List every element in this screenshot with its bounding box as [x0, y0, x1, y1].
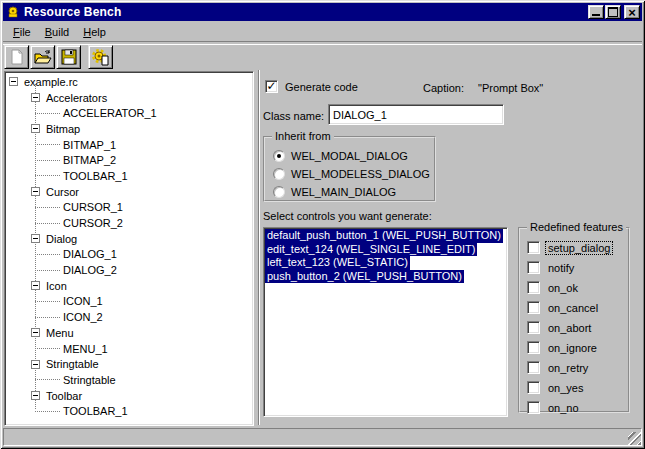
checkbox-label: on_retry — [546, 362, 590, 374]
checkbox-on-no[interactable]: on_no — [527, 401, 628, 414]
checkbox-on-cancel[interactable]: on_cancel — [527, 301, 628, 314]
class-name-input[interactable] — [328, 104, 504, 125]
panel-divider — [258, 70, 260, 425]
generate-code-icon — [91, 48, 111, 67]
generate-code-label: Generate code — [285, 81, 358, 93]
tree-node-label: Accelerators — [44, 92, 109, 104]
tree-node-menu-1[interactable]: MENU_1 — [5, 341, 253, 357]
checkbox-on-yes[interactable]: on_yes — [527, 381, 628, 394]
resource-tree: example.rcAcceleratorsACCELERATOR_1Bitma… — [4, 71, 254, 426]
generate-code-checkbox[interactable]: ✓ — [265, 80, 278, 93]
list-item-label: push_button_2 (WEL_PUSH_BUTTON) — [265, 270, 464, 284]
tree-node-cursor-1[interactable]: CURSOR_1 — [5, 200, 253, 216]
tree-node-stringtable[interactable]: Stringtable — [5, 372, 253, 388]
save-icon — [60, 48, 78, 66]
tree-node-bitmap-1[interactable]: BITMAP_1 — [5, 137, 253, 153]
tree-node-label: BITMAP_1 — [61, 139, 118, 151]
checkbox-icon — [527, 341, 540, 354]
radio-icon — [273, 168, 285, 180]
minimize-icon — [592, 14, 600, 16]
generate-button[interactable] — [88, 45, 113, 69]
checkbox-on-ok[interactable]: on_ok — [527, 281, 628, 294]
open-file-button[interactable] — [30, 45, 55, 69]
close-button[interactable] — [624, 5, 640, 19]
save-button[interactable] — [56, 45, 81, 69]
radio-option-wel-main-dialog[interactable]: WEL_MAIN_DIALOG — [273, 185, 434, 198]
tree-node-dialog[interactable]: Dialog — [5, 231, 253, 247]
tree-node-accelerator-1[interactable]: ACCELERATOR_1 — [5, 105, 253, 121]
menu-item-file[interactable]: File — [6, 24, 38, 40]
inherit-from-group-title: Inherit from — [272, 130, 334, 142]
checkbox-icon — [527, 361, 540, 374]
resize-grip[interactable] — [628, 432, 641, 445]
tree-node-dialog-2[interactable]: DIALOG_2 — [5, 262, 253, 278]
tree-node-label: ICON_1 — [61, 295, 105, 307]
tree-node-example-rc[interactable]: example.rc — [5, 74, 253, 90]
tree-node-menu[interactable]: Menu — [5, 325, 253, 341]
app-window: Resource Bench FileBuildHelp — [0, 0, 645, 449]
generate-code-row: ✓ Generate code — [265, 80, 358, 93]
tree-node-cursor-2[interactable]: CURSOR_2 — [5, 215, 253, 231]
tree-node-cursor[interactable]: Cursor — [5, 184, 253, 200]
radio-label: WEL_MODELESS_DIALOG — [291, 168, 430, 180]
tree-node-label: Bitmap — [44, 123, 82, 135]
collapse-icon[interactable] — [31, 187, 40, 196]
tree-node-toolbar-1[interactable]: TOOLBAR_1 — [5, 168, 253, 184]
new-file-button[interactable] — [4, 45, 29, 69]
checkbox-on-ignore[interactable]: on_ignore — [527, 341, 628, 354]
maximize-icon — [608, 7, 618, 17]
tree-node-bitmap[interactable]: Bitmap — [5, 121, 253, 137]
menu-item-build[interactable]: Build — [38, 24, 76, 40]
radio-option-wel-modeless-dialog[interactable]: WEL_MODELESS_DIALOG — [273, 167, 434, 180]
checkbox-icon — [527, 401, 540, 414]
collapse-icon[interactable] — [31, 124, 40, 133]
redefined-features-group: Redefined features setup_dialognotifyon_… — [518, 227, 630, 413]
checkbox-label: on_cancel — [546, 302, 600, 314]
tree-node-icon[interactable]: Icon — [5, 278, 253, 294]
tree-node-label: Dialog — [44, 233, 79, 245]
tree-node-toolbar-1[interactable]: TOOLBAR_1 — [5, 403, 253, 419]
tree-node-label: Icon — [44, 280, 69, 292]
tree-connector — [35, 270, 61, 271]
tree-connector — [35, 411, 61, 412]
tree-node-toolbar[interactable]: Toolbar — [5, 388, 253, 404]
radio-label: WEL_MODAL_DIALOG — [291, 150, 408, 162]
checkbox-notify[interactable]: notify — [527, 261, 628, 274]
close-icon — [628, 5, 636, 20]
tree-connector — [35, 254, 61, 255]
radio-option-wel-modal-dialog[interactable]: WEL_MODAL_DIALOG — [273, 149, 434, 162]
collapse-icon[interactable] — [31, 360, 40, 369]
radio-icon — [273, 186, 285, 198]
tree-node-dialog-1[interactable]: DIALOG_1 — [5, 247, 253, 263]
menu-item-help[interactable]: Help — [76, 24, 113, 40]
checkbox-setup-dialog[interactable]: setup_dialog — [527, 241, 628, 254]
collapse-icon[interactable] — [9, 77, 18, 86]
checkbox-label: on_no — [546, 402, 581, 414]
list-item-push-button-2-wel-push-button[interactable]: push_button_2 (WEL_PUSH_BUTTON) — [265, 270, 507, 284]
maximize-button[interactable] — [605, 5, 621, 19]
checkbox-icon — [527, 281, 540, 294]
list-item-left-text-123-wel-static[interactable]: left_text_123 (WEL_STATIC) — [265, 256, 507, 270]
collapse-icon[interactable] — [31, 328, 40, 337]
tree-node-bitmap-2[interactable]: BITMAP_2 — [5, 152, 253, 168]
tree-connector — [35, 175, 61, 176]
collapse-icon[interactable] — [31, 93, 40, 102]
tree-node-stringtable[interactable]: Stringtable — [5, 356, 253, 372]
toolbar — [4, 45, 642, 70]
minimize-button[interactable] — [588, 5, 604, 19]
list-item-label: left_text_123 (WEL_STATIC) — [265, 256, 410, 270]
checkbox-icon — [527, 301, 540, 314]
list-item-edit-text-124-wel-single-line-edit[interactable]: edit_text_124 (WEL_SINGLE_LINE_EDIT) — [265, 243, 507, 257]
tree-node-icon-2[interactable]: ICON_2 — [5, 309, 253, 325]
status-bar — [3, 428, 642, 446]
tree-node-label: BITMAP_2 — [61, 154, 118, 166]
tree-node-icon-1[interactable]: ICON_1 — [5, 294, 253, 310]
collapse-icon[interactable] — [31, 391, 40, 400]
tree-node-accelerators[interactable]: Accelerators — [5, 90, 253, 106]
collapse-icon[interactable] — [31, 234, 40, 243]
checkbox-on-retry[interactable]: on_retry — [527, 361, 628, 374]
checkbox-on-abort[interactable]: on_abort — [527, 321, 628, 334]
title-bar[interactable]: Resource Bench — [3, 3, 642, 21]
collapse-icon[interactable] — [31, 281, 40, 290]
list-item-default-push-button-1-wel-push-button[interactable]: default_push_button_1 (WEL_PUSH_BUTTON) — [265, 229, 507, 243]
